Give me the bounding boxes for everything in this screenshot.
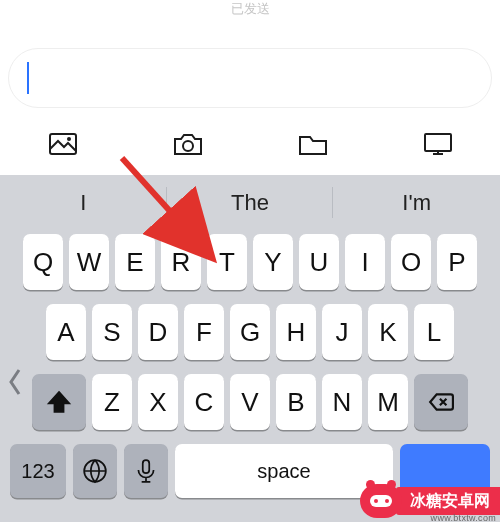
key-f[interactable]: F [184, 304, 224, 360]
delivery-status: 已发送 [0, 0, 500, 18]
key-v[interactable]: V [230, 374, 270, 430]
folder-icon[interactable] [299, 133, 327, 159]
collapse-handle[interactable] [2, 358, 28, 406]
key-i[interactable]: I [345, 234, 385, 290]
key-g[interactable]: G [230, 304, 270, 360]
key-row-1: Q W E R T Y U I O P [4, 234, 496, 290]
key-w[interactable]: W [69, 234, 109, 290]
suggestion-3[interactable]: I'm [333, 175, 500, 230]
message-input[interactable] [8, 48, 492, 108]
key-b[interactable]: B [276, 374, 316, 430]
key-n[interactable]: N [322, 374, 362, 430]
key-u[interactable]: U [299, 234, 339, 290]
shift-key[interactable] [32, 374, 86, 430]
key-s[interactable]: S [92, 304, 132, 360]
backspace-key[interactable] [414, 374, 468, 430]
key-h[interactable]: H [276, 304, 316, 360]
svg-point-1 [67, 137, 71, 141]
screen-icon[interactable] [424, 133, 452, 159]
key-a[interactable]: A [46, 304, 86, 360]
key-q[interactable]: Q [23, 234, 63, 290]
key-y[interactable]: Y [253, 234, 293, 290]
attachment-toolbar [0, 122, 500, 170]
numbers-key[interactable]: 123 [10, 444, 66, 498]
text-cursor [27, 62, 29, 94]
key-c[interactable]: C [184, 374, 224, 430]
key-o[interactable]: O [391, 234, 431, 290]
key-t[interactable]: T [207, 234, 247, 290]
image-icon[interactable] [49, 133, 77, 159]
key-x[interactable]: X [138, 374, 178, 430]
key-e[interactable]: E [115, 234, 155, 290]
globe-key[interactable] [73, 444, 117, 498]
chat-area: 已发送 [0, 0, 500, 175]
camera-icon[interactable] [174, 133, 202, 159]
key-d[interactable]: D [138, 304, 178, 360]
keyboard: I The I'm Q W E R T Y U I O P A S D F G … [0, 175, 500, 522]
key-k[interactable]: K [368, 304, 408, 360]
svg-rect-3 [425, 134, 451, 151]
key-l[interactable]: L [414, 304, 454, 360]
suggestion-2[interactable]: The [167, 175, 334, 230]
watermark-url: www.btxtw.com [431, 513, 496, 522]
watermark: 冰糖安卓网 www.btxtw.com [360, 480, 500, 522]
key-r[interactable]: R [161, 234, 201, 290]
watermark-logo-icon [360, 484, 402, 518]
watermark-text: 冰糖安卓网 [396, 487, 500, 515]
dictation-key[interactable] [124, 444, 168, 498]
key-m[interactable]: M [368, 374, 408, 430]
key-row-3: Z X C V B N M [4, 374, 496, 430]
key-z[interactable]: Z [92, 374, 132, 430]
suggestion-bar: I The I'm [0, 175, 500, 230]
key-row-2: A S D F G H J K L [4, 304, 496, 360]
svg-rect-5 [143, 460, 150, 473]
key-j[interactable]: J [322, 304, 362, 360]
key-p[interactable]: P [437, 234, 477, 290]
suggestion-1[interactable]: I [0, 175, 167, 230]
svg-point-2 [183, 141, 193, 151]
